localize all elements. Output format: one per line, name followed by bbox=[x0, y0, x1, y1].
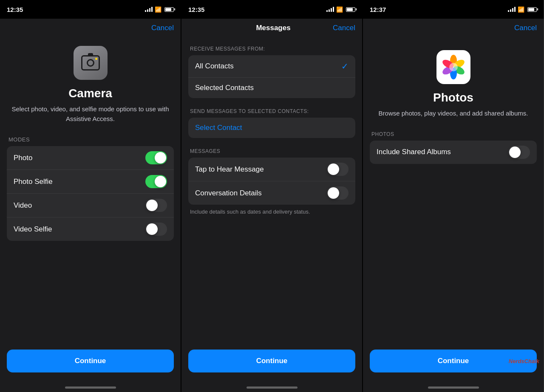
photos-icon-svg bbox=[441, 54, 466, 80]
contact-list: All Contacts ✓ Selected Contacts bbox=[188, 55, 355, 98]
camera-icon-inner bbox=[81, 55, 100, 71]
nav-bar-2: Messages Cancel bbox=[181, 19, 362, 37]
photo-toggle[interactable] bbox=[145, 151, 167, 164]
shared-albums-row: Include Shared Albums bbox=[370, 141, 537, 164]
nav-bar-3: Cancel bbox=[363, 19, 544, 37]
status-bar-1: 12:35 📶 bbox=[0, 0, 181, 19]
messages-panel: 12:35 📶 Messages Cancel RECEIVE MESSAGES… bbox=[181, 0, 363, 392]
video-selfie-toggle[interactable] bbox=[145, 223, 167, 236]
photo-selfie-toggle[interactable] bbox=[145, 175, 167, 188]
camera-title: Camera bbox=[7, 87, 174, 100]
photo-row: Photo bbox=[7, 146, 174, 170]
tap-hear-row: Tap to Hear Message bbox=[188, 158, 355, 181]
select-contact-text: Select Contact bbox=[195, 124, 242, 132]
status-icons-2: 📶 bbox=[326, 6, 355, 13]
photos-icon-wrap bbox=[370, 50, 537, 84]
signal-icon-1 bbox=[145, 7, 153, 12]
photos-toggle-list: Include Shared Albums bbox=[370, 141, 537, 164]
home-indicator-2 bbox=[181, 379, 362, 392]
svg-point-6 bbox=[449, 63, 458, 71]
all-contacts-label: All Contacts bbox=[195, 62, 234, 71]
photo-label: Photo bbox=[14, 154, 32, 162]
receive-from-label: RECEIVE MESSAGES FROM: bbox=[188, 46, 355, 52]
video-selfie-row: Video Selfie bbox=[7, 217, 174, 241]
time-2: 12:35 bbox=[188, 6, 204, 13]
tap-hear-toggle[interactable] bbox=[327, 163, 348, 176]
time-1: 12:35 bbox=[7, 6, 23, 13]
video-toggle[interactable] bbox=[145, 199, 167, 212]
messages-nav-title: Messages bbox=[256, 24, 290, 32]
selected-contacts-row[interactable]: Selected Contacts bbox=[188, 78, 355, 98]
wifi-icon-1: 📶 bbox=[155, 6, 162, 13]
time-3: 12:37 bbox=[370, 6, 386, 13]
photos-section-label: PHOTOS bbox=[370, 131, 537, 137]
camera-dot bbox=[95, 58, 97, 60]
select-contact-button[interactable]: Select Contact bbox=[188, 118, 355, 138]
cancel-button-2[interactable]: Cancel bbox=[333, 24, 355, 32]
camera-panel: 12:35 📶 Cancel bbox=[0, 0, 181, 392]
modes-label: MODES bbox=[7, 136, 174, 143]
shared-albums-label: Include Shared Albums bbox=[377, 148, 451, 156]
photos-description: Browse photos, play videos, and add shar… bbox=[370, 109, 537, 118]
cancel-button-3[interactable]: Cancel bbox=[514, 24, 537, 32]
home-indicator-3 bbox=[363, 379, 544, 392]
status-icons-1: 📶 bbox=[145, 6, 174, 13]
camera-description: Select photo, video, and selfie mode opt… bbox=[7, 104, 174, 124]
photo-selfie-row: Photo Selfie bbox=[7, 170, 174, 194]
photos-title: Photos bbox=[370, 91, 537, 104]
cancel-button-1[interactable]: Cancel bbox=[151, 24, 174, 32]
camera-app-icon bbox=[74, 46, 108, 80]
conversation-details-row: Conversation Details bbox=[188, 181, 355, 205]
wifi-icon-2: 📶 bbox=[336, 6, 343, 13]
shared-albums-toggle[interactable] bbox=[508, 146, 530, 159]
video-label: Video bbox=[14, 201, 32, 210]
nav-bar-1: Cancel bbox=[0, 19, 181, 37]
watermark: NerdsChalk bbox=[509, 358, 539, 364]
camera-lens bbox=[87, 59, 94, 67]
battery-icon-2 bbox=[346, 7, 355, 12]
battery-icon-1 bbox=[164, 7, 174, 12]
status-bar-2: 12:35 📶 bbox=[181, 0, 362, 19]
modes-list: Photo Photo Selfie Video V bbox=[7, 146, 174, 241]
wifi-icon-3: 📶 bbox=[518, 6, 524, 13]
messages-content: RECEIVE MESSAGES FROM: All Contacts ✓ Se… bbox=[181, 37, 362, 343]
photos-content: Photos Browse photos, play videos, and a… bbox=[363, 37, 544, 343]
photos-panel: 12:37 📶 Cancel bbox=[363, 0, 544, 392]
selected-contacts-label: Selected Contacts bbox=[195, 84, 254, 92]
signal-icon-3 bbox=[508, 7, 516, 12]
all-contacts-row[interactable]: All Contacts ✓ bbox=[188, 55, 355, 78]
continue-button-2[interactable]: Continue bbox=[188, 350, 355, 372]
status-bar-3: 12:37 📶 bbox=[363, 0, 544, 19]
conversation-details-footnote: Include details such as dates and delive… bbox=[188, 208, 355, 216]
messages-section-label: MESSAGES bbox=[188, 148, 355, 154]
home-indicator-1 bbox=[0, 379, 181, 392]
send-to-label: SEND MESSAGES TO SELECTED CONTACTS: bbox=[188, 108, 355, 114]
tap-hear-label: Tap to Hear Message bbox=[195, 165, 264, 174]
signal-icon-2 bbox=[326, 7, 334, 12]
camera-content: Camera Select photo, video, and selfie m… bbox=[0, 37, 181, 343]
camera-icon-wrap bbox=[7, 46, 174, 80]
photo-selfie-label: Photo Selfie bbox=[14, 178, 53, 186]
messages-toggle-list: Tap to Hear Message Conversation Details bbox=[188, 158, 355, 205]
conversation-details-label: Conversation Details bbox=[195, 189, 262, 197]
all-contacts-checkmark: ✓ bbox=[341, 61, 348, 71]
conversation-details-toggle[interactable] bbox=[327, 186, 348, 200]
continue-button-1[interactable]: Continue bbox=[7, 350, 174, 372]
video-selfie-label: Video Selfie bbox=[14, 225, 52, 234]
battery-icon-3 bbox=[527, 7, 537, 12]
video-row: Video bbox=[7, 194, 174, 217]
photos-app-icon bbox=[436, 50, 470, 84]
status-icons-3: 📶 bbox=[508, 6, 537, 13]
